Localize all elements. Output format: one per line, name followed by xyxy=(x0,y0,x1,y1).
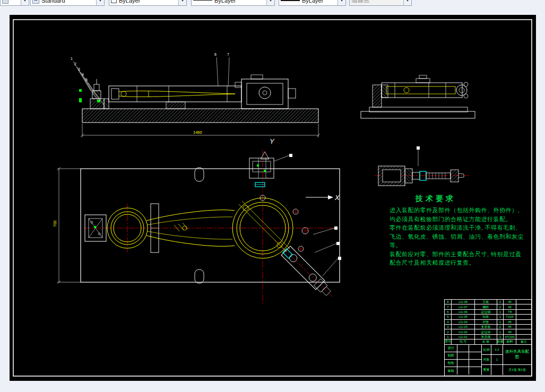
drawing-canvas[interactable]: 1 2 3 4 5 6 7 1460 xyxy=(10,15,536,381)
title-block-bottom: 设计制图校核审核 比例1:2件数1重量 连杆夹具装配图 共1张 第1张 xyxy=(445,345,531,375)
osnap-marker xyxy=(94,226,96,228)
front-view xyxy=(79,75,318,123)
osnap-marker xyxy=(257,164,259,167)
parts-list-row: 2LG-02定位块145 xyxy=(445,329,531,334)
bolt-crosses xyxy=(292,208,309,252)
balloon-label: 1 xyxy=(71,57,73,60)
center-lines xyxy=(84,150,338,304)
balloon-label: 7 xyxy=(227,53,229,56)
lineweight-icon xyxy=(281,0,300,1)
chevron-down-icon[interactable]: ▼ xyxy=(178,0,186,5)
fixture-parts xyxy=(85,152,333,298)
signature-row: 制图 xyxy=(445,352,481,360)
text-style-value: Standard xyxy=(39,0,67,4)
info-rows: 比例1:2件数1重量 xyxy=(482,345,503,375)
front-view-dimension: 1460 xyxy=(81,124,320,137)
tech-line: 配合尺寸及相关精度进行复查。 xyxy=(390,258,542,267)
osnap-marker xyxy=(264,170,266,172)
layer-icon xyxy=(2,0,8,4)
detail-view xyxy=(375,146,469,186)
balloon-label: 3 xyxy=(78,67,80,71)
dim-base-length: 1460 xyxy=(193,130,202,135)
lineweight-dropdown[interactable]: ByLayer ▼ xyxy=(279,0,346,6)
linetype-dropdown[interactable]: ByLayer ▼ xyxy=(191,0,275,6)
tech-line: 零件在装配前必须清理和清洗干净, 不得有毛刺、 xyxy=(390,223,542,232)
color-dropdown[interactable]: ByLayer ▼ xyxy=(109,0,187,6)
plan-view: X Y 700 xyxy=(53,137,341,304)
signature-rows: 设计制图校核审核 xyxy=(445,345,482,375)
side-view xyxy=(361,75,475,118)
parts-list-row: 7LG-07螺栓245 xyxy=(445,304,531,309)
parts-list-row: 1LG-01夹具体1HT200 xyxy=(445,335,531,339)
balloon-label: 6 xyxy=(214,53,217,56)
balloon-label: 4 xyxy=(82,73,84,76)
tech-line: 飞边、氧化皮、锈蚀、切屑、油污、着色剂和灰尘 xyxy=(390,232,542,241)
balloon-label: 2 xyxy=(74,62,76,66)
title-block: 8LG-08压板2457LG-07螺栓2456LG-06定位销1T85LG-05… xyxy=(444,299,532,376)
plot-style-value: 随颜色 xyxy=(350,0,371,4)
chevron-down-icon[interactable]: ▼ xyxy=(338,0,345,5)
parts-list: 8LG-08压板2457LG-07螺栓2456LG-06定位销1T85LG-05… xyxy=(445,300,531,345)
parts-list-row: 4LG-04衬套145 xyxy=(445,320,531,325)
parts-list-row: 3LG-03支承板245 xyxy=(445,325,531,329)
balloon-label: 5 xyxy=(85,78,88,82)
parts-list-row: 8LG-08压板245 xyxy=(445,300,531,304)
tech-line: 装配前应对零、部件的主要配合尺寸, 特别是过盈 xyxy=(390,250,542,259)
y-axis-label: Y xyxy=(270,137,275,145)
chevron-down-icon[interactable]: ▼ xyxy=(96,0,104,5)
text-style-dropdown[interactable]: A Standard ▼ xyxy=(30,0,105,6)
chevron-down-icon[interactable]: ▼ xyxy=(21,0,29,5)
parts-list-row: 5LG-05钻套1T10A xyxy=(445,315,531,319)
x-axis-arrow-icon xyxy=(328,195,333,199)
x-axis-label: X xyxy=(334,194,340,202)
parts-list-row: 6LG-06定位销1T8 xyxy=(445,310,531,315)
plot-style-dropdown: 随颜色 ▼ xyxy=(349,0,412,6)
tech-requirements-text: 进入装配的零件及部件（包括外购件、外协件）, 均必须具有检验部门的合格证方能进行… xyxy=(390,206,542,267)
highlighted-entities xyxy=(255,182,292,258)
sheet-info: 共1张 第1张 xyxy=(503,365,531,375)
signature-row: 校核 xyxy=(445,360,481,367)
axis-labels: X Y xyxy=(270,137,340,202)
color-value: ByLayer xyxy=(117,0,142,4)
dim-plate-height: 700 xyxy=(53,220,57,227)
layer-dropdown[interactable]: ▼ xyxy=(0,0,29,6)
drawing-title: 连杆夹具装配图 xyxy=(503,345,531,365)
tech-requirements-title: 技术要求 xyxy=(401,194,471,204)
linetype-value: ByLayer xyxy=(212,0,238,4)
parts-list-header: 序号代 号名 称数量材料备注 xyxy=(445,339,531,344)
chevron-down-icon: ▼ xyxy=(403,0,411,5)
chevron-down-icon[interactable]: ▼ xyxy=(266,0,274,5)
text-style-icon: A xyxy=(32,0,39,4)
osnap-marker xyxy=(79,89,82,92)
toolbar: ▼ A Standard ▼ ByLayer ▼ ByLayer ▼ ByLay… xyxy=(0,0,545,6)
signature-row: 设计 xyxy=(445,345,481,352)
info-row: 件数1 xyxy=(482,355,503,365)
tech-line: 等。 xyxy=(390,241,542,250)
tech-line: 均必须具有检验部门的合格证方能进行装配。 xyxy=(390,215,542,224)
title-column: 连杆夹具装配图 共1张 第1张 xyxy=(503,345,531,375)
info-row: 比例1:2 xyxy=(482,345,503,355)
plan-view-dimension: 700 xyxy=(53,167,81,284)
linetype-icon xyxy=(193,0,212,1)
osnap-marker xyxy=(97,100,100,102)
signature-row: 审核 xyxy=(445,367,481,374)
tech-line: 进入装配的零件及部件（包括外购件、外协件）, xyxy=(390,206,542,215)
osnap-marker xyxy=(79,98,82,102)
color-swatch-icon xyxy=(111,0,117,3)
lineweight-value: ByLayer xyxy=(300,0,325,4)
info-row: 重量 xyxy=(482,365,503,375)
